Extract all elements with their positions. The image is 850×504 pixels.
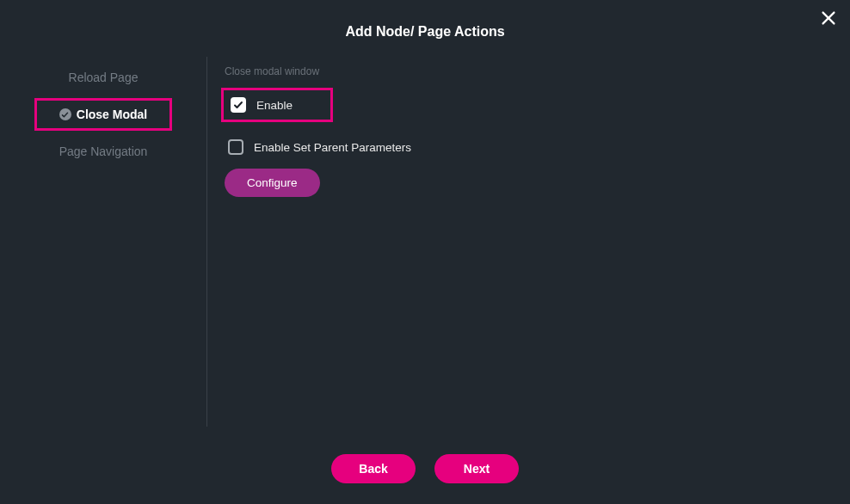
sidebar-item-page-navigation[interactable]: Page Navigation — [0, 136, 206, 167]
back-button[interactable]: Back — [331, 454, 416, 483]
sidebar-item-label: Page Navigation — [59, 144, 148, 158]
sidebar: Reload Page Close Modal Page Navigation — [0, 57, 206, 427]
section-label: Close modal window — [225, 65, 833, 77]
sidebar-item-reload-page[interactable]: Reload Page — [0, 62, 206, 93]
checkbox-checked-icon[interactable] — [231, 97, 246, 113]
checkbox-unchecked-icon[interactable] — [228, 139, 243, 155]
dialog-title: Add Node/ Page Actions — [0, 0, 850, 40]
next-button[interactable]: Next — [434, 454, 519, 483]
set-parent-checkbox-row[interactable]: Enable Set Parent Parameters — [225, 139, 833, 155]
sidebar-item-close-modal[interactable]: Close Modal — [34, 98, 172, 131]
enable-label: Enable — [256, 99, 293, 112]
sidebar-item-label: Close Modal — [77, 108, 147, 121]
set-parent-label: Enable Set Parent Parameters — [254, 141, 411, 154]
main-panel: Close modal window Enable Enable Set Par… — [207, 57, 850, 427]
footer: Back Next — [0, 454, 850, 483]
sidebar-item-label: Reload Page — [69, 71, 139, 84]
enable-checkbox-row[interactable]: Enable — [221, 88, 333, 122]
close-icon[interactable] — [819, 9, 838, 31]
configure-button[interactable]: Configure — [225, 169, 320, 197]
check-badge-icon — [59, 108, 71, 120]
